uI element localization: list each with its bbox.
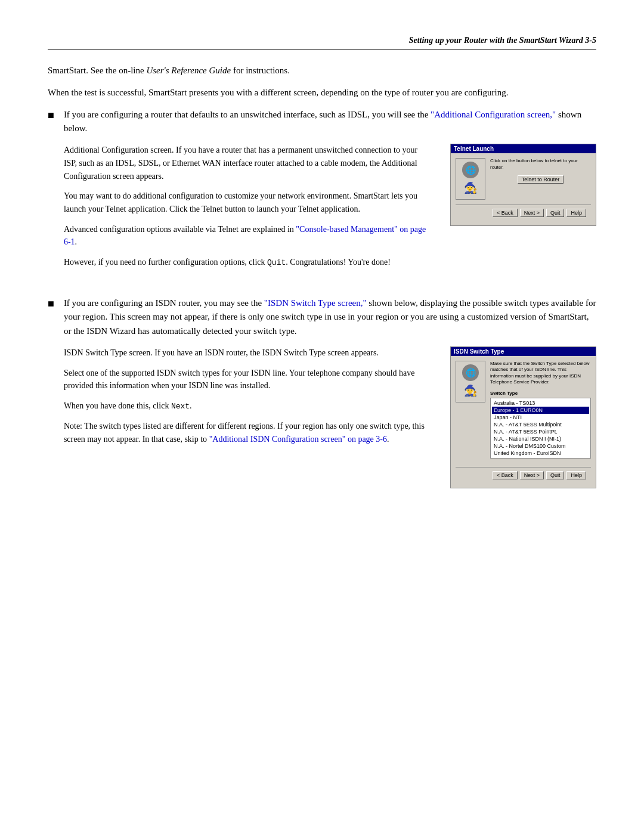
isdn-description: Make sure that the Switch Type selected … <box>490 361 591 386</box>
bullet1-para1: Additional Configuration screen. If you … <box>64 144 432 182</box>
bullet1-para3: Advanced configuration options available… <box>64 223 432 249</box>
switch-item[interactable]: N.A. - National ISDN I (NI-1) <box>492 435 589 442</box>
back-button-1[interactable]: < Back <box>493 209 518 217</box>
switch-type-label: Switch Type <box>490 391 591 397</box>
next-button-2[interactable]: Next > <box>520 471 544 479</box>
person-icon: 🧙 <box>462 179 479 196</box>
screenshot-body-2: 🌐 🧙 Make sure that the Switch Type selec… <box>451 356 596 488</box>
screenshot-button-row-1: < Back Next > Quit Help <box>456 205 591 221</box>
screenshot-button-row-2: < Back Next > Quit Help <box>456 467 591 483</box>
bullet1-content-area: Additional Configuration screen. If you … <box>64 144 596 276</box>
bullet-content-1: If you are configuring a router that def… <box>64 108 596 286</box>
next-button-1[interactable]: Next > <box>520 209 544 217</box>
bullet2-para1: ISDN Switch Type screen. If you have an … <box>64 346 432 360</box>
telnet-right-panel: Click on the button below to telnet to y… <box>490 158 591 188</box>
isdn-switch-screenshot: ISDN Switch Type 🌐 🧙 Make sure that the … <box>450 346 596 488</box>
quit-button-1[interactable]: Quit <box>546 209 565 217</box>
bullet2-para2: Select one of the supported ISDN switch … <box>64 367 432 392</box>
page-header: Setting up your Router with the SmartSta… <box>48 36 596 49</box>
help-button-1[interactable]: Help <box>566 209 586 217</box>
screenshot-titlebar-2: ISDN Switch Type <box>451 347 596 356</box>
bullet1-text-block: Additional Configuration screen. If you … <box>64 144 432 276</box>
intro-paragraph: SmartStart. See the on-line User's Refer… <box>48 64 596 78</box>
telnet-to-router-button[interactable]: Telnet to Router <box>518 175 564 184</box>
screenshot-titlebar-1: Telnet Launch <box>451 144 596 153</box>
person-icon-2: 🧙 <box>462 382 479 399</box>
switch-type-list: Australia - TS013Europe - 1 EURO0NJapan … <box>490 398 591 459</box>
telnet-description: Click on the button below to telnet to y… <box>490 158 591 171</box>
wizard-icon-2: 🌐 🧙 <box>456 361 485 402</box>
bullet-content-2: If you are configuring an ISDN router, y… <box>64 296 596 498</box>
isdn-switch-type-link[interactable]: "ISDN Switch Type screen," <box>264 298 367 308</box>
bullet2-intro: If you are configuring an ISDN router, y… <box>64 296 596 338</box>
bullet-marker-2: ■ <box>48 298 54 310</box>
additional-isdn-config-link[interactable]: "Additional ISDN Configuration screen" o… <box>209 435 387 444</box>
switch-item[interactable]: United Kingdom - EuroISDN <box>492 450 589 457</box>
switch-item[interactable]: N.A. - Nortel DMS100 Custom <box>492 442 589 450</box>
bullet1-para2: You may want to do additional configurat… <box>64 190 432 215</box>
screenshot-body-1: 🌐 🧙 Click on the button below to telnet … <box>451 153 596 225</box>
bullet-item-1: ■ If you are configuring a router that d… <box>48 108 596 286</box>
bullet1-para4: However, if you need no further configur… <box>64 256 432 269</box>
bullet2-content-area: ISDN Switch Type screen. If you have an … <box>64 346 596 488</box>
additional-config-link[interactable]: "Additional Configuration screen," <box>431 110 556 119</box>
switch-item[interactable]: Japan - NTI <box>492 414 589 421</box>
bullet2-text-block: ISDN Switch Type screen. If you have an … <box>64 346 432 453</box>
screenshot-icon-area-1: 🌐 🧙 Click on the button below to telnet … <box>456 158 591 200</box>
switch-item[interactable]: N.A. - AT&T 5ESS Multipoint <box>492 421 589 428</box>
isdn-right-panel: Make sure that the Switch Type selected … <box>490 361 591 462</box>
telnet-button-area: Telnet to Router <box>490 175 591 184</box>
globe-icon: 🌐 <box>462 162 479 178</box>
bullet-marker-1: ■ <box>48 109 54 122</box>
bullet2-para4: Note: The switch types listed are differ… <box>64 420 432 445</box>
back-button-2[interactable]: < Back <box>493 471 518 479</box>
screenshot-icon-area-2: 🌐 🧙 Make sure that the Switch Type selec… <box>456 361 591 462</box>
help-button-2[interactable]: Help <box>566 471 586 479</box>
wizard-icon-1: 🌐 🧙 <box>456 158 485 200</box>
bullet2-para3: When you have done this, click Next. <box>64 400 432 413</box>
bullet-item-2: ■ If you are configuring an ISDN router,… <box>48 296 596 498</box>
switch-item[interactable]: Europe - 1 EURO0N <box>492 407 589 414</box>
body-paragraph-1: When the test is successful, SmartStart … <box>48 86 596 100</box>
switch-item[interactable]: N.A. - AT&T 5ESS PointPt. <box>492 428 589 435</box>
quit-button-2[interactable]: Quit <box>546 471 565 479</box>
switch-item[interactable]: Australia - TS013 <box>492 400 589 407</box>
globe-icon-2: 🌐 <box>462 364 479 381</box>
header-text: Setting up your Router with the SmartSta… <box>409 36 596 45</box>
telnet-launch-screenshot: Telnet Launch 🌐 🧙 Click on the button be… <box>450 144 596 226</box>
bullet1-intro: If you are configuring a router that def… <box>64 108 596 136</box>
